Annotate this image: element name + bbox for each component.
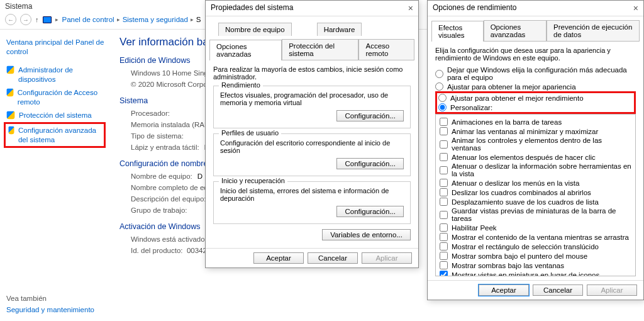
effect-checkbox[interactable]: Mostrar sombra bajo el puntero del mouse <box>440 251 631 261</box>
env-vars-button[interactable]: Variables de entorno... <box>322 229 411 240</box>
close-icon[interactable]: × <box>408 3 413 13</box>
breadcrumb-item[interactable]: Sistema y seguridad <box>123 16 188 23</box>
chevron-right-icon: ▸ <box>191 16 194 23</box>
field-pcname: Nombre de equipo: <box>119 171 192 182</box>
effect-label: Animar los controles y elementos dentro … <box>452 137 631 152</box>
sidebar-item-devmgr[interactable]: Administrador de dispositivos <box>6 64 106 86</box>
dialog-title: Propiedades del sistema <box>211 3 293 13</box>
radio-let-windows[interactable]: Dejar que Windows elija la configuración… <box>435 65 636 82</box>
effect-label: Deslizar los cuadros combinados al abrir… <box>452 189 591 196</box>
recovery-desc: Inicio del sistema, errores del sistema … <box>220 187 404 202</box>
radio-label: Personalizar: <box>450 104 492 111</box>
profiles-desc: Configuración del escritorio correspondi… <box>220 139 404 154</box>
profiles-group: Perfiles de usuario Configuración del es… <box>213 133 411 176</box>
tab-hardware[interactable]: Hardware <box>317 23 362 36</box>
ok-button[interactable]: Aceptar <box>479 284 529 296</box>
effect-checkbox[interactable]: Animaciones en la barra de tareas <box>440 117 631 127</box>
sidebar-item-label: Protección del sistema <box>19 111 92 120</box>
see-also-label: Vea también <box>6 295 94 302</box>
effect-label: Mostrar sombra bajo el puntero del mouse <box>452 252 587 260</box>
intro-text: Elija la configuración que desea usar pa… <box>435 47 636 62</box>
tab-visual-effects[interactable]: Efectos visuales <box>431 21 484 42</box>
cancel-button[interactable]: Cancelar <box>308 252 358 264</box>
sidebar-item-remote[interactable]: Configuración de Acceso remoto <box>6 86 106 109</box>
effect-checkbox[interactable]: Desplazamiento suave de los cuadros de l… <box>440 197 631 206</box>
effects-checklist[interactable]: Animaciones en la barra de tareasAnimar … <box>435 114 636 276</box>
effect-checkbox[interactable]: Atenuar o deslizar la información sobre … <box>440 162 631 178</box>
group-legend: Perfiles de usuario <box>219 129 281 137</box>
sidebar-item-label: Configuración avanzada del sistema <box>18 126 101 145</box>
perf-settings-button[interactable]: Configuración... <box>336 110 404 121</box>
performance-desc: Efectos visuales, programación del proce… <box>220 91 404 106</box>
close-icon[interactable]: × <box>633 3 638 13</box>
effect-checkbox[interactable]: Guardar vistas previas de miniaturas de … <box>440 206 631 223</box>
nav-fwd-icon[interactable]: → <box>20 14 31 25</box>
effect-checkbox[interactable]: Mostrar el contenido de la ventana mient… <box>440 232 631 242</box>
effect-checkbox[interactable]: Animar las ventanas al minimizar y maxim… <box>440 127 631 136</box>
effect-checkbox[interactable]: Atenuar los elementos después de hacer c… <box>440 152 631 162</box>
profiles-settings-button[interactable]: Configuración... <box>336 158 404 169</box>
shield-icon <box>7 111 15 119</box>
chevron-right-icon: ▸ <box>117 16 120 23</box>
effect-checkbox[interactable]: Mostrar vistas en miniatura en lugar de … <box>440 270 631 276</box>
sidebar-item-protection[interactable]: Protección del sistema <box>6 109 106 122</box>
chevron-right-icon: ▸ <box>55 16 58 23</box>
effect-label: Atenuar o deslizar la información sobre … <box>452 162 631 177</box>
effect-label: Habilitar Peek <box>452 224 497 232</box>
effect-checkbox[interactable]: Mostrar sombras bajo las ventanas <box>440 261 631 270</box>
performance-group: Rendimiento Efectos visuales, programaci… <box>213 86 411 128</box>
tab-remote[interactable]: Acceso remoto <box>358 39 414 60</box>
effect-checkbox[interactable]: Mostrar el rectángulo de selección trans… <box>440 242 631 251</box>
sidebar-home[interactable]: Ventana principal del Panel de control <box>6 36 106 59</box>
tab-computer-name[interactable]: Nombre de equipo <box>218 23 292 36</box>
effect-label: Guardar vistas previas de miniaturas de … <box>452 207 631 222</box>
sidebar-item-label: Administrador de dispositivos <box>18 65 106 84</box>
radio-label: Ajustar para obtener el mejor rendimient… <box>450 94 584 102</box>
tab-protection[interactable]: Protección del sistema <box>282 39 358 60</box>
effect-label: Atenuar o deslizar los menús en la vista <box>452 179 579 187</box>
effect-checkbox[interactable]: Atenuar o deslizar los menús en la vista <box>440 178 631 188</box>
sidebar-item-advanced[interactable]: Configuración avanzada del sistema <box>4 122 106 149</box>
breadcrumb-item[interactable]: Panel de control <box>62 16 114 23</box>
tab-advanced[interactable]: Opciones avanzadas <box>484 20 547 41</box>
effect-checkbox[interactable]: Deslizar los cuadros combinados al abrir… <box>440 188 631 197</box>
radio-best-performance[interactable]: Ajustar para obtener el mejor rendimient… <box>438 93 633 103</box>
radio-custom[interactable]: Personalizar: <box>438 103 633 112</box>
tab-advanced[interactable]: Opciones avanzadas <box>209 40 282 60</box>
product-id-label: Id. del producto: <box>131 247 182 254</box>
performance-options-dialog: Opciones de rendimiento× Efectos visuale… <box>427 0 644 300</box>
effect-label: Mostrar sombras bajo las ventanas <box>452 262 564 269</box>
recovery-settings-button[interactable]: Configuración... <box>336 206 404 217</box>
effect-checkbox[interactable]: Habilitar Peek <box>440 223 631 232</box>
field-touch: Lápiz y entrada táctil: <box>119 142 199 153</box>
recovery-group: Inicio y recuperación Inicio del sistema… <box>213 181 411 224</box>
tab-dep[interactable]: Prevención de ejecución de datos <box>547 20 640 41</box>
ok-button[interactable]: Aceptar <box>253 252 304 264</box>
field-ram: Memoria instalada (RAM): <box>119 119 215 130</box>
effect-label: Animar las ventanas al minimizar y maxim… <box>452 128 598 135</box>
effect-label: Mostrar vistas en miniatura en lugar de … <box>452 271 599 277</box>
radio-label: Dejar que Windows elija la configuración… <box>447 66 636 81</box>
shield-icon <box>7 88 14 96</box>
cancel-button[interactable]: Cancelar <box>533 284 583 296</box>
shield-icon <box>8 126 14 134</box>
nav-up-icon[interactable]: ↑ <box>35 16 39 23</box>
sidebar: Ventana principal del Panel de control A… <box>0 30 112 321</box>
activation-status: Windows está activado <box>131 235 205 243</box>
effect-label: Atenuar los elementos después de hacer c… <box>452 154 596 161</box>
shield-icon <box>7 66 14 74</box>
system-properties-dialog: Propiedades del sistema× Nombre de equip… <box>205 0 419 268</box>
effect-checkbox[interactable]: Animar los controles y elementos dentro … <box>440 136 631 152</box>
sidebar-item-label: Configuración de Acceso remoto <box>18 88 106 107</box>
effect-label: Animaciones en la barra de tareas <box>452 118 562 126</box>
effect-label: Mostrar el rectángulo de selección trans… <box>452 243 599 251</box>
see-also-link[interactable]: Seguridad y mantenimiento <box>6 306 94 313</box>
radio-label: Ajustar para obtener la mejor apariencia <box>447 83 576 91</box>
radio-best-appearance[interactable]: Ajustar para obtener la mejor apariencia <box>435 82 636 91</box>
apply-button[interactable]: Aplicar <box>362 252 412 264</box>
nav-back-icon[interactable]: ← <box>5 14 16 25</box>
apply-button[interactable]: Aplicar <box>587 284 637 296</box>
effect-label: Mostrar el contenido de la ventana mient… <box>452 234 629 241</box>
pc-icon <box>43 16 52 23</box>
breadcrumb-item: S <box>196 16 201 23</box>
